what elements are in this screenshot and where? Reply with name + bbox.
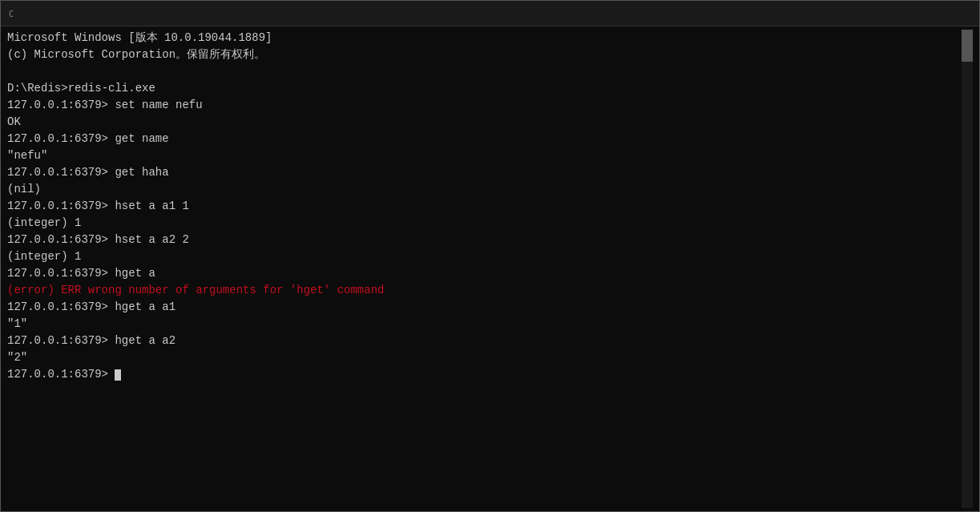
console-output: Microsoft Windows [版本 10.0.19044.1889](c…	[7, 30, 962, 508]
prompt: 127.0.0.1:6379>	[7, 267, 108, 280]
console-line: D:\Redis>redis-cli.exe	[7, 80, 962, 97]
console-line: "1"	[7, 316, 962, 333]
app-icon: C	[7, 7, 20, 20]
scrollbar-thumb[interactable]	[962, 30, 973, 62]
console-line: 127.0.0.1:6379> hset a a1 1	[7, 198, 962, 215]
svg-text:C: C	[9, 10, 14, 18]
command-text: set name nefu	[108, 99, 203, 111]
console-line: (integer) 1	[7, 248, 962, 265]
window-controls	[862, 1, 973, 26]
prompt: 127.0.0.1:6379>	[7, 334, 108, 347]
title-bar: C	[1, 1, 979, 26]
cmd-window: C Microsoft Windows [版本 10.0.19044.1889]…	[0, 0, 980, 512]
maximize-button[interactable]	[899, 1, 936, 26]
cursor	[115, 369, 121, 381]
console-line: "2"	[7, 349, 962, 366]
console-line: 127.0.0.1:6379> hset a a2 2	[7, 232, 962, 248]
command-text: hset a a2 2	[108, 233, 189, 246]
minimize-button[interactable]	[862, 1, 899, 26]
console-line: 127.0.0.1:6379>	[7, 366, 962, 383]
command-text: redis-cli.exe	[68, 82, 155, 95]
console-line: "nefu"	[7, 147, 962, 164]
prompt: 127.0.0.1:6379>	[7, 300, 108, 313]
console-line	[7, 63, 962, 80]
command-text: get haha	[108, 166, 169, 179]
console-line: (error) ERR wrong number of arguments fo…	[7, 282, 962, 299]
prompt: 127.0.0.1:6379>	[7, 132, 108, 145]
console-line: 127.0.0.1:6379> get haha	[7, 164, 962, 181]
command-text: hget a a1	[108, 300, 175, 313]
scrollbar[interactable]	[962, 30, 973, 508]
command-text: hget a a2	[108, 334, 175, 347]
console-line: 127.0.0.1:6379> hget a a1	[7, 299, 962, 316]
console-line: Microsoft Windows [版本 10.0.19044.1889]	[7, 30, 962, 46]
console-line: OK	[7, 114, 962, 131]
console-line: 127.0.0.1:6379> set name nefu	[7, 97, 962, 114]
console-area[interactable]: Microsoft Windows [版本 10.0.19044.1889](c…	[1, 26, 979, 511]
prompt: 127.0.0.1:6379>	[7, 368, 108, 381]
prompt: 127.0.0.1:6379>	[7, 200, 108, 212]
command-text: hset a a1 1	[108, 200, 189, 212]
console-line: (integer) 1	[7, 215, 962, 232]
prompt: D:\Redis>	[7, 82, 68, 95]
command-text: hget a	[108, 267, 155, 280]
console-line: 127.0.0.1:6379> get name	[7, 131, 962, 147]
console-line: (nil)	[7, 181, 962, 198]
command-text: get name	[108, 132, 169, 145]
console-line: (c) Microsoft Corporation。保留所有权利。	[7, 46, 962, 63]
console-line: 127.0.0.1:6379> hget a	[7, 265, 962, 282]
prompt: 127.0.0.1:6379>	[7, 233, 108, 246]
close-button[interactable]	[936, 1, 973, 26]
console-line: 127.0.0.1:6379> hget a a2	[7, 333, 962, 349]
prompt: 127.0.0.1:6379>	[7, 166, 108, 179]
prompt: 127.0.0.1:6379>	[7, 99, 108, 111]
